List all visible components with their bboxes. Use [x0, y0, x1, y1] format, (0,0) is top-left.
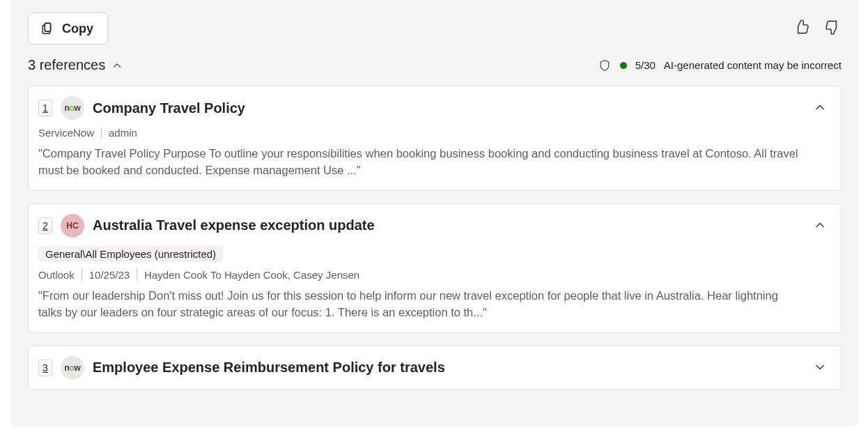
divider: [82, 269, 82, 280]
scope-chip: General\All Employees (unrestricted): [38, 246, 223, 262]
person-avatar: HC: [61, 214, 84, 238]
status-line: 5/30 AI-generated content may be incorre…: [598, 59, 842, 72]
thumbs-down-icon: [823, 18, 842, 36]
reference-card: 3 now Employee Expense Reimbursement Pol…: [28, 346, 842, 390]
reference-header[interactable]: 2 HC Australia Travel expense exception …: [38, 214, 802, 238]
copy-icon: [40, 21, 55, 36]
status-disclaimer: AI-generated content may be incorrect: [664, 59, 842, 71]
reference-tags: General\All Employees (unrestricted): [38, 246, 802, 262]
reference-header[interactable]: 1 now Company Travel Policy: [38, 96, 802, 120]
reference-title: Company Travel Policy: [93, 100, 245, 116]
expand-button[interactable]: [810, 357, 830, 379]
feedback-buttons: [793, 13, 842, 38]
collapse-button[interactable]: [810, 98, 830, 119]
meta-people: Hayden Cook To Hayden Cook, Casey Jensen: [144, 269, 359, 281]
meta-date: 10/25/23: [89, 269, 130, 281]
chevron-up-icon: [813, 100, 827, 114]
reference-meta: Outlook 10/25/23 Hayden Cook To Hayden C…: [38, 269, 802, 281]
references-toggle[interactable]: 3 references: [28, 57, 123, 73]
servicenow-icon: now: [61, 96, 84, 120]
reference-card: 1 now Company Travel Policy ServiceNow a…: [28, 86, 842, 191]
collapse-button[interactable]: [810, 215, 830, 237]
references-label: 3 references: [28, 57, 105, 73]
reference-index: 3: [38, 360, 52, 376]
reference-index: 1: [38, 100, 52, 116]
reference-title: Australia Travel expense exception updat…: [93, 217, 375, 233]
thumbs-up-icon: [793, 18, 811, 36]
thumbs-up-button[interactable]: [793, 18, 811, 38]
svg-rect-1: [45, 23, 50, 31]
reference-excerpt: "From our leadership Don't miss out! Joi…: [38, 288, 802, 321]
divider: [101, 128, 102, 139]
reference-header[interactable]: 3 now Employee Expense Reimbursement Pol…: [38, 356, 802, 380]
copy-button[interactable]: Copy: [28, 13, 108, 45]
chevron-down-icon: [813, 360, 827, 374]
svg-rect-0: [45, 23, 50, 31]
divider: [137, 269, 137, 280]
copy-label: Copy: [62, 22, 93, 36]
reference-index: 2: [38, 217, 52, 234]
shield-icon: [598, 59, 612, 72]
meta-source: Outlook: [38, 269, 75, 281]
references-panel: Copy 3 references: [10, 0, 859, 426]
status-count: 5/30: [635, 59, 656, 71]
status-dot: [620, 62, 627, 69]
chevron-up-icon: [111, 59, 123, 72]
meta-source: ServiceNow: [38, 127, 94, 139]
chevron-up-icon: [813, 218, 827, 232]
meta-author: admin: [109, 127, 137, 139]
second-row: 3 references 5/30 AI-generated content m…: [28, 57, 842, 73]
reference-title: Employee Expense Reimbursement Policy fo…: [93, 360, 445, 376]
thumbs-down-button[interactable]: [823, 18, 842, 38]
top-row: Copy: [28, 13, 842, 45]
reference-meta: ServiceNow admin: [38, 127, 802, 139]
reference-excerpt: "Company Travel Policy Purpose To outlin…: [38, 146, 802, 179]
reference-card: 2 HC Australia Travel expense exception …: [28, 203, 842, 333]
servicenow-icon: now: [61, 356, 84, 380]
